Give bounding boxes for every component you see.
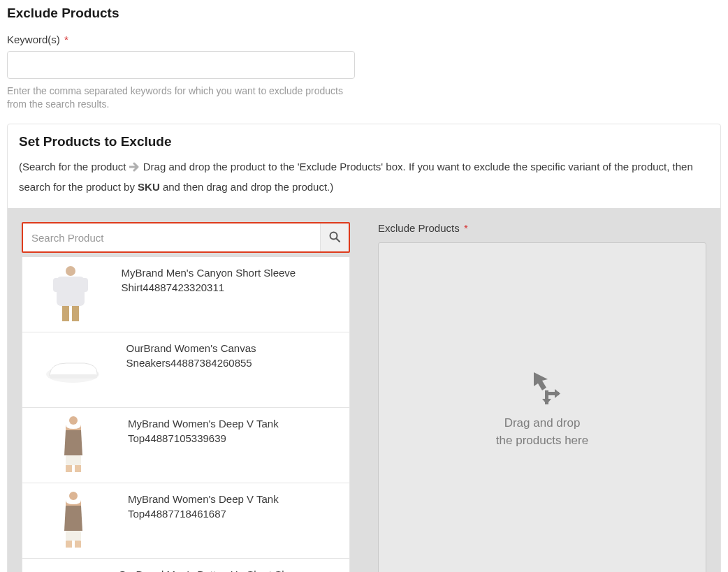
drag-move-icon	[524, 371, 560, 415]
product-title: OurBrand Men's Button Up Short Sleeve Sh…	[118, 566, 341, 572]
search-icon	[329, 231, 340, 244]
exclude-label-text: Exclude Products	[378, 222, 460, 234]
required-asterisk: *	[464, 222, 468, 234]
product-thumbnail	[29, 490, 118, 549]
required-asterisk: *	[64, 34, 68, 45]
search-button[interactable]	[321, 223, 349, 251]
search-column: MyBrand Men's Canyon Short Sleeve Shirt4…	[22, 222, 350, 572]
page-title: Exclude Products	[7, 6, 721, 21]
keywords-input[interactable]	[7, 51, 355, 79]
exclude-label: Exclude Products *	[378, 222, 706, 234]
panel-desc-bold: SKU	[138, 181, 160, 193]
product-title: MyBrand Men's Canyon Short Sleeve Shirt4…	[122, 264, 342, 295]
svg-line-1	[337, 238, 340, 242]
svg-marker-6	[542, 399, 551, 404]
product-result-item[interactable]: OurBrand Men's Button Up Short Sleeve Sh…	[22, 559, 349, 572]
search-input[interactable]	[23, 223, 321, 251]
product-title: MyBrand Women's Deep V Tank Top448871053…	[128, 415, 341, 446]
set-products-panel: Set Products to Exclude (Search for the …	[7, 124, 721, 572]
keywords-label: Keyword(s) *	[7, 34, 721, 45]
product-result-item[interactable]: MyBrand Women's Deep V Tank Top448871053…	[22, 408, 349, 483]
product-result-item[interactable]: MyBrand Men's Canyon Short Sleeve Shirt4…	[22, 257, 349, 332]
keywords-help-text: Enter the comma separated keywords for w…	[7, 85, 356, 111]
keywords-label-text: Keyword(s)	[7, 34, 60, 45]
arrow-right-icon	[129, 158, 140, 168]
product-thumbnail	[29, 415, 118, 474]
svg-marker-2	[534, 372, 548, 390]
product-columns: MyBrand Men's Canyon Short Sleeve Shirt4…	[8, 208, 720, 572]
product-thumbnail	[29, 264, 112, 323]
product-thumbnail	[29, 339, 117, 398]
panel-desc-after: and then drag and drop the product.)	[163, 181, 333, 193]
panel-desc-before: (Search for the product	[19, 161, 129, 173]
product-title: MyBrand Women's Deep V Tank Top448877184…	[128, 490, 341, 521]
product-result-item[interactable]: OurBrand Women's Canvas Sneakers44887384…	[22, 332, 349, 408]
svg-marker-4	[555, 389, 560, 398]
drop-zone-line1: Drag and drop	[504, 415, 581, 432]
product-title: OurBrand Women's Canvas Sneakers44887384…	[126, 339, 341, 370]
product-result-item[interactable]: MyBrand Women's Deep V Tank Top448877184…	[22, 483, 349, 559]
product-thumbnail	[29, 566, 108, 572]
exclude-drop-zone[interactable]: Drag and drop the products here	[378, 242, 706, 572]
keywords-field: Keyword(s) * Enter the comma separated k…	[7, 34, 721, 111]
search-results-list[interactable]: MyBrand Men's Canyon Short Sleeve Shirt4…	[22, 257, 350, 572]
panel-description: (Search for the product Drag and drop th…	[19, 156, 709, 198]
drop-zone-line2: the products here	[496, 432, 588, 450]
panel-title: Set Products to Exclude	[19, 134, 709, 149]
search-row	[22, 222, 350, 253]
exclude-column: Exclude Products * Drag and d	[378, 222, 706, 572]
